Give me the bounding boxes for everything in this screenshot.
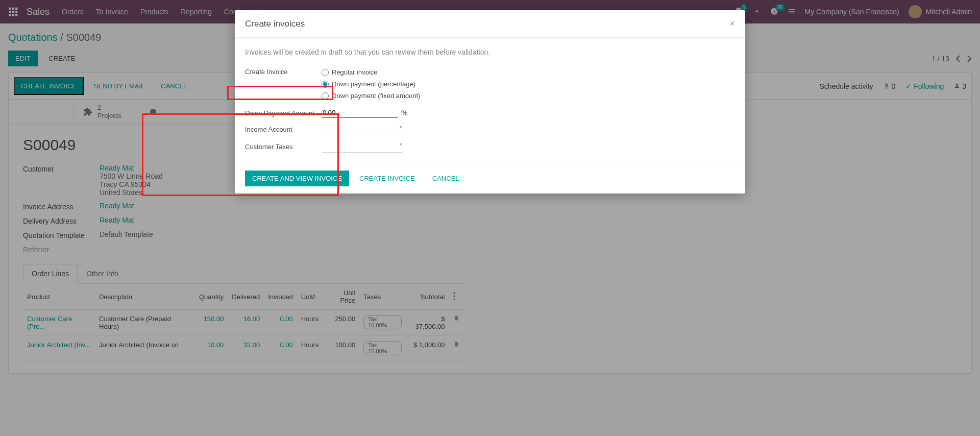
radio-fixed[interactable]: Down payment (fixed amount): [322, 90, 485, 102]
radio-regular[interactable]: Regular invoice: [322, 66, 485, 78]
income-account-label: Income Account: [245, 124, 322, 133]
radio-regular-label: Regular invoice: [332, 68, 378, 76]
modal-overlay[interactable]: Create invoices × Invoices will be creat…: [0, 0, 980, 382]
modal-create-invoice-button[interactable]: Create Invoice: [352, 171, 422, 186]
radio-percentage[interactable]: Down payment (percentage): [322, 78, 485, 90]
modal-info-text: Invoices will be created in draft so tha…: [245, 48, 735, 56]
create-invoice-field-label: Create Invoice: [245, 66, 322, 76]
create-and-view-button[interactable]: Create and View Invoice: [245, 171, 349, 186]
income-account-select[interactable]: [322, 124, 403, 135]
radio-percentage-input[interactable]: [322, 81, 329, 88]
radio-percentage-label: Down payment (percentage): [332, 80, 415, 88]
radio-regular-input[interactable]: [322, 69, 329, 76]
percent-sign: %: [401, 109, 407, 117]
radio-fixed-label: Down payment (fixed amount): [332, 92, 420, 100]
create-invoices-modal: Create invoices × Invoices will be creat…: [235, 10, 745, 193]
radio-fixed-input[interactable]: [322, 92, 329, 100]
modal-title: Create invoices: [245, 19, 305, 29]
close-button[interactable]: ×: [729, 18, 735, 29]
modal-cancel-button[interactable]: Cancel: [425, 171, 467, 186]
customer-taxes-label: Customer Taxes: [245, 141, 322, 151]
customer-taxes-select[interactable]: [322, 141, 403, 153]
down-payment-input[interactable]: [322, 108, 398, 118]
down-payment-label: Down Payment Amount: [245, 108, 322, 117]
